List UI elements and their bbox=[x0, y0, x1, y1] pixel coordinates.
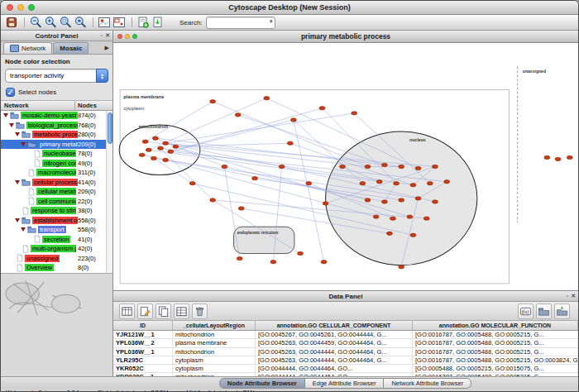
tree-item-label: cellular metabo... bbox=[36, 188, 76, 195]
tree-item-label: establishment of lo... bbox=[32, 217, 78, 224]
disclosure-triangle-icon[interactable] bbox=[15, 218, 20, 222]
tree-item-macromolecul[interactable]: macromolecul...311(0) bbox=[1, 168, 106, 178]
select-attributes-icon[interactable] bbox=[119, 304, 135, 319]
table-cell: [GO:0016787, GO:0005488, GO:0005215, G..… bbox=[413, 348, 578, 356]
table-row[interactable]: YPL036W__2plasma membrane[GO:0045263, GO… bbox=[113, 339, 578, 347]
birdseye-view[interactable] bbox=[1, 274, 112, 376]
network-canvas[interactable]: plasma membranecytoplasmmitochondrionnuc… bbox=[113, 43, 578, 290]
float-data-panel-icon[interactable]: ▫ bbox=[567, 291, 568, 301]
table-row[interactable]: YDR039C__1mitochondrion[GO:0044444, GO:0… bbox=[113, 373, 578, 376]
tree-item-cellular-metabo[interactable]: cellular metabo...209(0) bbox=[1, 187, 106, 197]
save-icon[interactable] bbox=[5, 16, 18, 29]
folder-icon bbox=[16, 122, 25, 129]
window-titlebar[interactable]: Cytoscape Desktop (New Session) bbox=[1, 1, 578, 15]
tree-item-metabolic-process[interactable]: metabolic process280(0) bbox=[1, 130, 106, 140]
control-panel-header: Control Panel ▫ ✕ bbox=[1, 31, 112, 41]
select-nodes-checkbox[interactable]: ✓ Select nodes bbox=[6, 88, 108, 97]
tree-item-primary-metabo[interactable]: primary metabo...209(0) bbox=[1, 140, 106, 150]
disclosure-triangle-icon[interactable] bbox=[15, 180, 20, 184]
import-annotation-icon[interactable] bbox=[151, 16, 165, 29]
tab-edge-attribute-browser[interactable]: Edge Attribute Browser bbox=[304, 378, 385, 389]
disclosure-triangle-icon[interactable] bbox=[21, 142, 26, 146]
tab-network-attribute-browser[interactable]: Network Attribute Browser bbox=[383, 378, 471, 389]
node-color-dropdown[interactable]: transporter activity ▲▼ bbox=[5, 69, 108, 83]
data-panel-title: Data Panel bbox=[329, 293, 363, 300]
tree-item-count: 209(0) bbox=[78, 188, 96, 195]
tree-item-count: 38(0) bbox=[78, 207, 93, 214]
search-input[interactable]: ▾ bbox=[206, 17, 275, 29]
minimize-button[interactable] bbox=[17, 4, 24, 11]
maximize-button[interactable] bbox=[28, 4, 35, 11]
tree-item-count: 280(0) bbox=[78, 131, 96, 138]
table-column-header[interactable]: annotation.GO CELLULAR_COMPONENT bbox=[256, 321, 413, 330]
tab-scroll-right-button[interactable]: ▶ bbox=[103, 45, 111, 51]
frame-maximize-button[interactable] bbox=[132, 34, 137, 39]
tree-item-overview[interactable]: Overview8(0) bbox=[1, 263, 106, 273]
add-annotation-icon[interactable] bbox=[136, 16, 150, 29]
disclosure-triangle-icon[interactable] bbox=[3, 113, 8, 117]
tree-item-label: multi-organism pro... bbox=[31, 245, 76, 252]
search-dropdown-arrow-icon[interactable]: ▾ bbox=[270, 18, 273, 25]
tree-item-unassigned[interactable]: unassigned223(0) bbox=[1, 254, 106, 264]
tree-item-mosaic-demo-yeast[interactable]: mosaic-demo-yeast874(0) bbox=[1, 111, 106, 121]
function-builder-icon[interactable]: f(x) bbox=[518, 304, 534, 319]
table-row[interactable]: YLR295Ccytoplasm[GO:0045263, GO:0044444,… bbox=[113, 356, 578, 365]
zoom-selected-icon[interactable] bbox=[59, 16, 72, 29]
table-column-header[interactable]: annotation.GO MOLECULAR_FUNCTION bbox=[413, 321, 578, 330]
tree-item-label: primary metabo... bbox=[38, 141, 78, 148]
tree-item-multi-organism-pro[interactable]: multi-organism pro...42(0) bbox=[1, 244, 106, 254]
birdseye-network-thumbnail bbox=[1, 274, 112, 385]
table-cell: cytoplasm bbox=[173, 356, 256, 364]
tree-item-establishment-of-lo[interactable]: establishment of lo...558(0) bbox=[1, 216, 106, 226]
tree-item-count: 22(0) bbox=[78, 198, 93, 205]
copy-attribute-icon[interactable] bbox=[156, 304, 171, 319]
table-row[interactable]: YKR052Ccytoplasm[GO:0044444, GO:0044464,… bbox=[113, 365, 578, 373]
delete-attribute-icon[interactable] bbox=[192, 304, 208, 319]
frame-close-button[interactable] bbox=[117, 34, 122, 39]
network-frame-titlebar[interactable]: primary metabolic process bbox=[113, 31, 578, 43]
tree-item-nucleobase[interactable]: nucleobase...78(0) bbox=[1, 149, 106, 159]
tab-node-attribute-browser[interactable]: Node Attribute Browser bbox=[219, 378, 305, 389]
snapshot-icon[interactable] bbox=[98, 16, 111, 29]
tree-item-cell-communica[interactable]: cell communica...22(0) bbox=[1, 197, 106, 207]
float-panel-icon[interactable]: ▫ bbox=[101, 31, 103, 41]
zoom-fit-icon[interactable] bbox=[74, 16, 87, 29]
open-attribute-icon[interactable] bbox=[554, 304, 570, 319]
table-column-header[interactable]: ID bbox=[113, 321, 173, 330]
tree-item-cellular-process[interactable]: cellular process414(0) bbox=[1, 178, 106, 188]
zoom-in-icon[interactable] bbox=[44, 16, 57, 29]
table-cell: YKR052C bbox=[113, 365, 173, 372]
table-row[interactable]: YJR121W__1mitochondrion[GO:0045267, GO:0… bbox=[113, 331, 578, 339]
tree-item-biological-process[interactable]: biological_process768(0) bbox=[1, 121, 106, 131]
page-icon bbox=[34, 159, 41, 167]
tab-mosaic[interactable]: Mosaic bbox=[53, 42, 89, 54]
close-button[interactable] bbox=[7, 4, 13, 11]
tree-item-response-to-stimu[interactable]: response to stimu...38(0) bbox=[1, 206, 106, 216]
table-row[interactable]: YPL036W__1mitochondrion[GO:0045263, GO:0… bbox=[113, 348, 578, 356]
tree-item-nitrogen-compo[interactable]: nitrogen compo...49(0) bbox=[1, 159, 106, 169]
disclosure-triangle-icon[interactable] bbox=[15, 132, 20, 136]
close-data-panel-icon[interactable]: ✕ bbox=[571, 291, 576, 301]
tree-column-network[interactable]: Network bbox=[1, 101, 75, 110]
zoom-out-icon[interactable] bbox=[29, 16, 42, 29]
attribute-list-icon[interactable] bbox=[174, 304, 189, 319]
close-panel-icon[interactable]: ✕ bbox=[105, 31, 110, 41]
new-attribute-icon[interactable] bbox=[137, 304, 153, 319]
tree-scrollbar[interactable] bbox=[106, 111, 112, 273]
tree-item-secretion[interactable]: secretion41(0) bbox=[1, 235, 106, 245]
tree-column-nodes[interactable]: Nodes bbox=[75, 101, 112, 110]
table-column-header[interactable]: _cellularLayoutRegion bbox=[173, 321, 256, 330]
mosaic-options: Node color selection transporter activit… bbox=[1, 55, 112, 101]
scrollbar-thumb[interactable] bbox=[108, 112, 112, 144]
tree-item-label: cellular process bbox=[32, 179, 78, 186]
birdseye-toggle-icon[interactable] bbox=[112, 16, 126, 29]
frame-minimize-button[interactable] bbox=[125, 34, 130, 39]
tree-item-transport[interactable]: transport558(0) bbox=[1, 225, 106, 235]
disclosure-triangle-icon[interactable] bbox=[9, 123, 14, 127]
tab-network[interactable]: Network bbox=[3, 42, 52, 54]
table-cell: [GO:0045263, GO:0044444, GO:0044464, G..… bbox=[256, 348, 413, 356]
import-attributes-icon[interactable] bbox=[536, 304, 552, 319]
table-cell: [GO:0045263, GO:0044444, GO:0044464, G..… bbox=[256, 356, 413, 364]
region-label-mitochondrion: mitochondrion bbox=[139, 124, 169, 129]
disclosure-triangle-icon[interactable] bbox=[21, 227, 26, 232]
